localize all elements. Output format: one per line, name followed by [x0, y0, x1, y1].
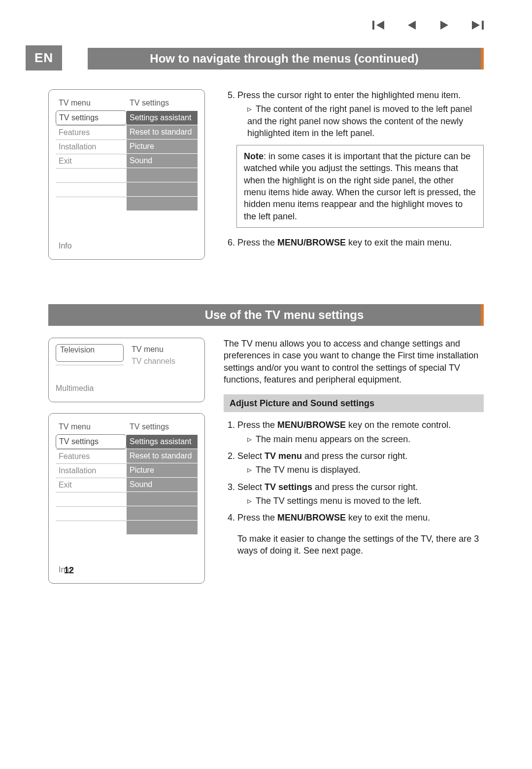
tv-menu-diagram-1: TV menu TV settings Features Installatio…: [48, 89, 205, 260]
language-badge: EN: [26, 45, 62, 70]
section1-steps: Press the cursor right to enter the high…: [224, 89, 484, 139]
menu2-left-header: TV menu: [56, 420, 127, 434]
menu2-right-item: Sound: [127, 477, 198, 491]
svg-marker-4: [472, 21, 480, 30]
topnav-multimedia: Multimedia: [56, 370, 124, 393]
transport-controls: [372, 20, 484, 31]
section1-title-bar: How to navigate through the menus (conti…: [48, 48, 484, 70]
note-box: Note: in some cases it is important that…: [236, 145, 484, 228]
menu1-right-header: TV settings: [127, 97, 198, 110]
menu1-left-item: TV settings: [56, 110, 127, 125]
next-icon[interactable]: [437, 20, 451, 31]
menu1-left-item: Installation: [56, 140, 127, 154]
section1-title: How to navigate through the menus (conti…: [88, 48, 481, 70]
menu2-left-item: Exit: [56, 478, 127, 492]
menu1-left-header: TV menu: [56, 97, 127, 110]
menu2-right-header: TV settings: [127, 420, 198, 434]
page-number: 12: [64, 565, 74, 576]
top-nav-diagram: Television Multimedia TV menu TV channel…: [48, 338, 205, 402]
svg-rect-5: [482, 21, 484, 30]
menu1-info: Info: [56, 240, 198, 252]
subhead-adjust: Adjust Picture and Sound settings: [224, 394, 484, 412]
menu1-right-item: Sound: [127, 153, 198, 168]
svg-marker-2: [408, 21, 416, 30]
menu2-left-item: Installation: [56, 463, 127, 478]
skip-last-icon[interactable]: [470, 20, 484, 31]
topnav-tvmenu: TV menu: [130, 344, 198, 356]
svg-marker-1: [376, 21, 384, 30]
prev-icon[interactable]: [405, 20, 419, 31]
tv-menu-diagram-2: TV menu TV settings Features Installatio…: [48, 413, 205, 584]
menu2-right-item: Settings assistant: [127, 434, 198, 449]
topnav-television: Television: [56, 344, 124, 362]
menu2-info: Info: [56, 563, 198, 576]
section2-steps: Press the MENU/BROWSE key on the remote …: [224, 419, 484, 524]
note-text: : in some cases it is important that the…: [244, 151, 476, 221]
menu1-right-item: Picture: [127, 139, 198, 153]
menu2-left-item: Features: [56, 449, 127, 463]
menu1-right-item: Reset to standard: [127, 125, 198, 139]
section2-title: Use of the TV menu settings: [88, 304, 481, 326]
menu1-left-item: Features: [56, 125, 127, 140]
svg-marker-3: [440, 21, 448, 30]
menu2-left-item: TV settings: [56, 434, 127, 449]
section2-footer: To make it easier to change the settings…: [237, 533, 484, 557]
section2-intro: The TV menu allows you to access and cha…: [224, 338, 484, 385]
step5-text: Press the cursor right to enter the high…: [237, 90, 461, 100]
note-label: Note: [244, 151, 264, 161]
menu1-left-item: Exit: [56, 154, 127, 168]
menu1-right-item: Settings assistant: [127, 110, 198, 125]
step5-sub: The content of the right panel is moved …: [247, 103, 484, 139]
section2-title-bar: Use of the TV menu settings: [48, 304, 484, 326]
svg-rect-0: [372, 21, 374, 30]
topnav-tvchannels: TV channels: [130, 356, 198, 368]
skip-first-icon[interactable]: [372, 20, 386, 31]
menu2-right-item: Reset to standard: [127, 449, 198, 463]
menu2-right-item: Picture: [127, 463, 198, 477]
